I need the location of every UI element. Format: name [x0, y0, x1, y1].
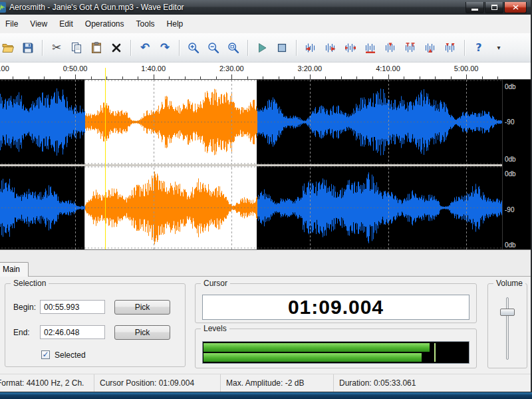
timeline-tick: [138, 76, 138, 79]
tab-main[interactable]: Main: [0, 262, 29, 277]
drop-marker-button[interactable]: [381, 39, 400, 57]
toolbar-separator: [296, 40, 297, 56]
window-controls: [466, 2, 527, 13]
cut-button[interactable]: ✂: [47, 39, 66, 57]
timeline-tick: [310, 74, 311, 79]
db-label: -90: [505, 118, 514, 126]
wave-row: 0db-900db0db-900db: [0, 80, 531, 249]
timeline-tick: [341, 76, 342, 79]
timeline-tick: [185, 76, 186, 79]
timeline-tick: [247, 76, 248, 79]
stop-button[interactable]: [273, 39, 291, 57]
zoom-all-button[interactable]: [224, 39, 243, 57]
menu-bar: FileViewEditOperationsToolsHelp: [0, 15, 531, 33]
timeline-tick: [106, 76, 107, 79]
status-cursor-position: Cursor Position: 01:09.004: [94, 374, 221, 392]
level-meter: [202, 341, 469, 364]
timeline-tick: [356, 76, 357, 79]
copy-button[interactable]: [67, 39, 86, 57]
selected-checkbox[interactable]: ✓: [41, 350, 50, 359]
close-button[interactable]: [504, 2, 527, 13]
db-label: 0db: [505, 241, 516, 249]
paste-button[interactable]: [87, 39, 106, 57]
cursor-group-title: Cursor: [201, 279, 230, 288]
tab-strip: Main: [0, 261, 531, 277]
timeline-tick: [404, 76, 404, 79]
control-panel: Selection Begin: Pick End: Pick ✓ Select…: [0, 277, 531, 374]
menu-operations[interactable]: Operations: [79, 17, 130, 31]
status-duration: Duration: 0:05:33.061: [334, 374, 531, 392]
timeline-tick: [325, 76, 326, 79]
play-button[interactable]: [253, 39, 271, 57]
db-label: 0db: [505, 83, 516, 90]
maximize-icon: [491, 5, 497, 10]
timeline-tick: [263, 76, 263, 79]
end-label: End:: [13, 328, 30, 337]
db-label: 0db: [505, 156, 516, 163]
select-all-button[interactable]: [361, 39, 380, 57]
volume-slider-thumb[interactable]: [500, 309, 515, 316]
center-on-cursor-button[interactable]: [341, 39, 360, 57]
level-bar-left: [203, 343, 430, 352]
end-input[interactable]: [40, 325, 105, 339]
toolbar-separator: [179, 40, 180, 56]
desktop: Aerosmith - Janie's Got A Gun.mp3 - Wave…: [0, 0, 532, 399]
timeline-tick: [169, 76, 170, 79]
level-peak: [434, 343, 436, 362]
menu-view[interactable]: View: [24, 17, 53, 31]
levels-group-title: Levels: [201, 324, 229, 333]
menu-file[interactable]: File: [0, 17, 24, 31]
timeline-tick: [388, 74, 389, 79]
timeline-tick: [200, 76, 201, 79]
toolbar-separator: [130, 40, 131, 56]
begin-input[interactable]: [40, 300, 105, 314]
help-button[interactable]: ?: [469, 39, 488, 57]
taskbar[interactable]: [0, 392, 532, 399]
toolbar-separator: [42, 40, 43, 56]
timeline-label: 5:00.00: [454, 65, 479, 72]
vertical-zoom-in-button[interactable]: [421, 39, 440, 57]
goto-selection-start-button[interactable]: [301, 39, 320, 57]
menu-tools[interactable]: Tools: [130, 17, 161, 31]
timeline-tick: [482, 76, 483, 79]
wave-editor-window: Aerosmith - Janie's Got A Gun.mp3 - Wave…: [0, 0, 532, 392]
cursor-group: Cursor 01:09.004: [195, 283, 477, 323]
db-label: 0db: [505, 170, 516, 178]
timeline-tick: [372, 76, 373, 79]
minimize-button[interactable]: [466, 2, 484, 13]
menu-help[interactable]: Help: [161, 17, 190, 31]
timeline-tick: [44, 76, 45, 79]
save-button[interactable]: [19, 39, 37, 57]
selection-group: Selection Begin: Pick End: Pick ✓ Select…: [5, 283, 186, 367]
volume-slider[interactable]: [506, 297, 509, 360]
volume-group: Volume: [487, 283, 527, 368]
open-button[interactable]: [0, 39, 17, 57]
zoom-in-button[interactable]: [184, 39, 203, 57]
zoom-out-button[interactable]: [204, 39, 223, 57]
begin-label: Begin:: [13, 303, 36, 312]
redo-button[interactable]: ↷: [156, 39, 174, 57]
minimize-icon: [471, 9, 478, 11]
markers-button[interactable]: [401, 39, 420, 57]
vertical-zoom-out-button[interactable]: [441, 39, 460, 57]
end-pick-button[interactable]: Pick: [114, 325, 170, 340]
waveform-canvas[interactable]: [0, 80, 502, 249]
timeline-tick: [13, 76, 13, 79]
timeline-ruler[interactable]: 0:00.000:50.001:40.002:30.003:20.004:10.…: [0, 63, 531, 80]
undo-button[interactable]: ↶: [136, 39, 154, 57]
timeline-tick: [451, 76, 452, 79]
cursor-line[interactable]: [105, 68, 106, 249]
toolbar-overflow-button[interactable]: ▾: [489, 39, 508, 57]
timeline-tick: [91, 76, 92, 79]
maximize-button[interactable]: [485, 2, 503, 13]
title-bar[interactable]: Aerosmith - Janie's Got A Gun.mp3 - Wave…: [0, 0, 531, 15]
app-icon: [0, 2, 6, 13]
close-icon: [513, 5, 519, 10]
menu-edit[interactable]: Edit: [53, 17, 79, 31]
begin-pick-button[interactable]: Pick: [114, 300, 170, 315]
levels-group: Levels: [195, 329, 477, 368]
wave-area: 0:00.000:50.001:40.002:30.003:20.004:10.…: [0, 63, 531, 249]
delete-button[interactable]: [107, 39, 126, 57]
goto-selection-end-button[interactable]: [321, 39, 340, 57]
timeline-label: 0:50.00: [63, 65, 88, 72]
